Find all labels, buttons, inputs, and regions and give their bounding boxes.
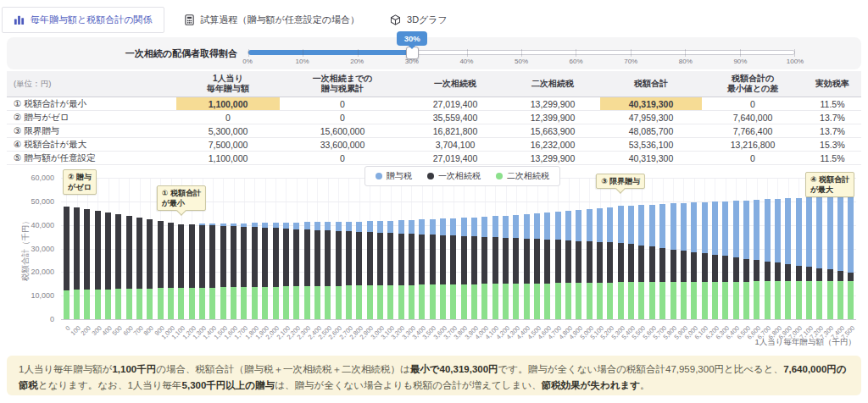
bar[interactable] (733, 178, 739, 319)
bar-segment-一次相続税 (126, 216, 132, 289)
bar[interactable] (722, 178, 728, 319)
legend-item-贈与税[interactable]: 贈与税 (376, 170, 412, 182)
bar[interactable] (419, 178, 425, 319)
bar-segment-二次相続税 (702, 282, 708, 319)
bar[interactable] (513, 178, 519, 319)
bar[interactable] (524, 178, 530, 319)
slider-tick-label: 100% (787, 58, 804, 65)
bar[interactable] (754, 178, 760, 319)
bar[interactable] (691, 178, 697, 319)
bar[interactable] (283, 178, 289, 319)
bar[interactable] (367, 178, 373, 319)
bar[interactable] (64, 178, 70, 319)
bar[interactable] (241, 178, 247, 319)
bar[interactable] (816, 178, 822, 319)
bar[interactable] (597, 178, 603, 319)
bar[interactable] (796, 178, 802, 319)
bar-segment-贈与税 (827, 196, 833, 270)
bar[interactable] (440, 178, 446, 319)
bar[interactable] (481, 178, 487, 319)
bar[interactable] (649, 178, 655, 319)
bar[interactable] (702, 178, 708, 319)
bar[interactable] (659, 178, 665, 319)
bar[interactable] (775, 178, 781, 319)
bar[interactable] (252, 178, 258, 319)
bar-segment-一次相続税 (816, 268, 822, 281)
tab-3d-graph[interactable]: 3Dグラフ (379, 7, 459, 33)
app-window: 毎年贈与額と税額合計の関係 試算過程（贈与額が任意設定の場合） 3Dグラフ 一次… (0, 0, 868, 403)
bar[interactable] (587, 178, 593, 319)
bar[interactable] (325, 178, 331, 319)
bar[interactable] (681, 178, 687, 319)
bar-segment-二次相続税 (430, 284, 436, 319)
bar[interactable] (220, 178, 226, 319)
bar[interactable] (356, 178, 362, 319)
legend-item-一次相続税[interactable]: 一次相続税 (427, 170, 481, 182)
summary-note: 1人当り毎年贈与額が1,100千円の場合、税額合計（贈与税＋一次相続税＋二次相続… (7, 356, 861, 395)
bar[interactable] (534, 178, 540, 319)
bar[interactable] (95, 178, 101, 319)
bar-segment-一次相続税 (638, 246, 644, 283)
bar[interactable] (555, 178, 561, 319)
bar[interactable] (115, 178, 121, 319)
bar-segment-一次相続税 (544, 240, 550, 284)
spouse-ratio-slider[interactable]: 30% (248, 50, 795, 55)
bar[interactable] (387, 178, 393, 319)
bar[interactable] (712, 178, 718, 319)
row-label: ③ 限界贈与 (7, 124, 176, 138)
bar[interactable] (346, 178, 352, 319)
bar[interactable] (430, 178, 436, 319)
bar[interactable] (492, 178, 498, 319)
bar-segment-二次相続税 (209, 288, 215, 319)
bar-segment-一次相続税 (513, 238, 519, 284)
tab-calculation-process[interactable]: 試算過程（贈与額が任意設定の場合） (173, 7, 371, 33)
bar[interactable] (503, 178, 509, 319)
bar[interactable] (377, 178, 383, 319)
bar[interactable] (618, 178, 624, 319)
bar[interactable] (806, 178, 812, 319)
bar-segment-贈与税 (346, 222, 352, 231)
bar[interactable] (670, 178, 676, 319)
bar[interactable] (231, 178, 236, 319)
bar[interactable] (304, 178, 310, 319)
legend-item-二次相続税[interactable]: 二次相続税 (496, 170, 549, 182)
bar[interactable] (743, 178, 749, 319)
bar[interactable] (105, 178, 111, 319)
bar[interactable] (398, 178, 404, 319)
bar[interactable] (126, 178, 132, 319)
bar[interactable] (293, 178, 299, 319)
bar[interactable] (273, 178, 279, 319)
bar-segment-二次相続税 (325, 286, 331, 319)
bar[interactable] (638, 178, 644, 319)
bar[interactable] (544, 178, 550, 319)
cube-icon (390, 14, 401, 25)
bar[interactable] (147, 178, 153, 319)
bar[interactable] (336, 178, 342, 319)
bar-segment-二次相続税 (670, 282, 676, 319)
bar[interactable] (450, 178, 456, 319)
bar[interactable] (409, 178, 415, 319)
bar[interactable] (136, 178, 142, 319)
bar[interactable] (628, 178, 634, 319)
bar[interactable] (471, 178, 477, 319)
bar[interactable] (565, 178, 571, 319)
bar-segment-二次相続税 (95, 290, 101, 319)
bar[interactable] (848, 178, 854, 319)
bar[interactable] (576, 178, 581, 319)
bar-segment-一次相続税 (607, 242, 613, 283)
bar[interactable] (314, 178, 320, 319)
bar-segment-二次相続税 (837, 281, 843, 319)
bar[interactable] (785, 178, 791, 319)
bar[interactable] (84, 178, 90, 319)
bar[interactable] (827, 178, 833, 319)
bar[interactable] (461, 178, 467, 319)
bar[interactable] (209, 178, 215, 319)
bar-segment-二次相続税 (848, 281, 854, 319)
bar[interactable] (837, 178, 843, 319)
bar[interactable] (607, 178, 613, 319)
bar[interactable] (74, 178, 80, 319)
bar[interactable] (765, 178, 771, 319)
bar-segment-二次相続税 (471, 284, 477, 319)
tab-annual-gift-relation[interactable]: 毎年贈与額と税額合計の関係 (2, 7, 164, 33)
bar[interactable] (262, 178, 268, 319)
